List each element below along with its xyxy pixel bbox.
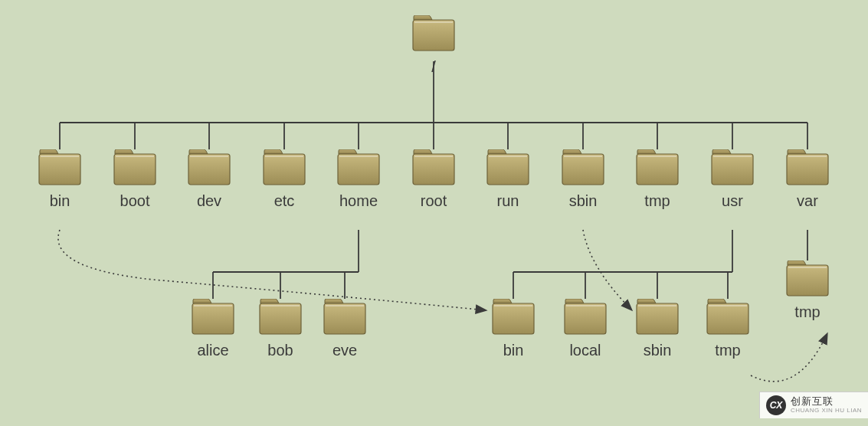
folder-label: sbin xyxy=(644,342,672,359)
folder-label: bin xyxy=(503,342,524,359)
folder-usr-tmp: tmp xyxy=(698,299,758,359)
folder-label-root: / xyxy=(431,58,436,76)
folder-label: bob xyxy=(267,342,293,359)
folder-home: home xyxy=(329,149,388,210)
folder-label: usr xyxy=(722,192,743,210)
folder-icon xyxy=(411,15,456,52)
folder-label: etc xyxy=(274,192,295,210)
folder-usr: usr xyxy=(703,149,762,210)
folder-icon xyxy=(187,149,231,186)
watermark-logo-text: CX xyxy=(770,400,783,411)
folder-usr-sbin: sbin xyxy=(627,299,687,359)
folder-label: tmp xyxy=(794,303,820,321)
folder-icon xyxy=(635,299,680,336)
folder-boot: boot xyxy=(105,149,165,210)
folder-eve: eve xyxy=(315,299,375,359)
folder-icon xyxy=(191,299,235,336)
folder-tmp: tmp xyxy=(627,149,687,210)
folder-icon xyxy=(411,149,456,186)
folder-icon xyxy=(323,299,367,336)
watermark: CX 创新互联 CHUANG XIN HU LIAN xyxy=(759,392,868,418)
folder-label: home xyxy=(339,192,378,210)
watermark-sub: CHUANG XIN HU LIAN xyxy=(791,408,862,415)
folder-etc: etc xyxy=(254,149,314,210)
folder-sbin: sbin xyxy=(553,149,613,210)
folder-icon xyxy=(336,149,381,186)
folder-icon xyxy=(486,149,530,186)
folder-icon xyxy=(561,149,605,186)
folder-root: / xyxy=(404,15,463,76)
folder-icon xyxy=(262,149,306,186)
folder-usr-local: local xyxy=(555,299,615,359)
folder-icon xyxy=(38,149,82,186)
folder-label: tmp xyxy=(644,192,670,210)
watermark-main: 创新互联 xyxy=(791,396,862,407)
folder-icon xyxy=(635,149,680,186)
folder-icon xyxy=(785,261,830,297)
folder-label: bin xyxy=(50,192,70,210)
folder-label: sbin xyxy=(569,192,598,210)
folder-icon xyxy=(710,149,755,186)
folder-run: run xyxy=(478,149,538,210)
folder-icon xyxy=(258,299,303,336)
watermark-text: 创新互联 CHUANG XIN HU LIAN xyxy=(791,396,862,414)
folder-usr-bin: bin xyxy=(483,299,543,359)
folder-label: tmp xyxy=(715,342,740,359)
folder-label: dev xyxy=(197,192,221,210)
folder-var-tmp: tmp xyxy=(778,261,837,321)
folder-dev: dev xyxy=(179,149,239,210)
folder-bob: bob xyxy=(251,299,310,359)
folder-label: boot xyxy=(120,192,150,210)
folder-icon xyxy=(785,149,830,186)
folder-icon xyxy=(113,149,157,186)
folder-icon xyxy=(706,299,750,336)
folder-label: local xyxy=(569,342,601,359)
folder-var: var xyxy=(778,149,837,210)
folder-alice: alice xyxy=(183,299,243,359)
folder-label: alice xyxy=(197,342,228,359)
folder-root-dir: root xyxy=(404,149,463,210)
folder-icon xyxy=(563,299,608,336)
watermark-logo-icon: CX xyxy=(766,395,786,415)
folder-icon xyxy=(491,299,536,336)
folder-label: run xyxy=(497,192,519,210)
folder-label: root xyxy=(421,192,447,210)
folder-label: var xyxy=(797,192,818,210)
folder-bin: bin xyxy=(30,149,90,210)
folder-label: eve xyxy=(332,342,357,359)
